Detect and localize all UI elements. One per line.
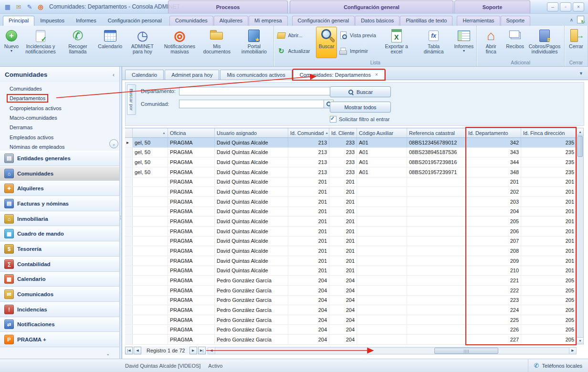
ribbon-tab[interactable]: Principal [3,16,34,26]
imprimir-button[interactable]: Imprimir [337,46,378,56]
column-header-referencia-catastral[interactable]: Referencia catastral [407,128,466,137]
sidebar-link[interactable]: Derramas [8,123,119,132]
cerrar-button[interactable]: Cerrar [566,27,587,58]
next-record-button[interactable] [189,347,197,354]
table-row[interactable]: PRAGMA Pedro González García 204 204 226… [125,325,577,335]
edit-note-icon[interactable] [26,3,33,10]
ribbon-tab[interactable]: Herramientas [457,16,500,26]
column-header-id-departamento[interactable]: Id. Departamento [466,128,521,137]
table-row[interactable]: PRAGMA David Quintas Alcalde 201 201 210… [125,266,577,276]
buscar-por-tab[interactable]: Buscar por [127,84,136,115]
table-row[interactable]: gel, 50 PRAGMA David Quintas Alcalde 213… [125,138,577,148]
table-row[interactable]: PRAGMA David Quintas Alcalde 201 201 204… [125,207,577,217]
column-header-codigo-auxiliar[interactable]: Código Auxiliar [357,128,407,137]
filter-input[interactable] [179,100,324,108]
journal-icon[interactable] [4,3,11,10]
column-header-direccion[interactable] [133,128,168,137]
ribbon-tab[interactable]: Alquileres [214,16,248,26]
column-header-oficina[interactable]: Oficina [168,128,215,137]
horizontal-scroll-track[interactable] [215,348,569,354]
minimize-button[interactable]: – [547,2,558,11]
table-row[interactable]: PRAGMA Pedro González García 204 204 224… [125,305,577,315]
document-tab[interactable]: Comunidades: Departamentos [293,70,385,80]
vista-previa-button[interactable]: Vista previa [337,30,378,41]
abrir-button[interactable]: Abrir... [275,30,316,41]
horizontal-scroll-thumb[interactable] [434,348,498,354]
table-row[interactable]: PRAGMA David Quintas Alcalde 201 201 201… [125,177,577,187]
sidebar-nav-item[interactable]: Cuadro de mando [0,226,119,241]
ribbon-tab[interactable]: Comunidades [169,16,213,26]
sidebar-link[interactable]: Copropietarios activos [8,103,119,113]
mostrar-todos-button[interactable]: Mostrar todos [330,102,391,113]
sidebar-nav-item[interactable]: Notificaciones [0,317,119,332]
ribbon-tab[interactable]: Plantillas de texto [400,16,452,26]
table-row[interactable]: PRAGMA Pedro González García 204 204 225… [125,315,577,325]
calendario-button[interactable]: Calendario [96,27,124,58]
ribbon-tab[interactable]: Informes [70,16,102,26]
ribbon-tab[interactable]: Soporte [501,16,531,26]
sidebar-nav-item[interactable]: Alquileres [0,181,119,196]
ribbon-tab[interactable]: Configuración general [292,16,355,26]
portal-inmobiliario-button[interactable]: Portal inmobiliario [235,27,273,58]
table-row[interactable]: PRAGMA David Quintas Alcalde 201 201 207… [125,237,577,247]
sidebar-nav-item[interactable]: Comunicados [0,287,119,302]
scroll-down-icon[interactable]: ▼ [577,337,583,344]
sidebar-link[interactable]: Departamentos [8,93,119,103]
ribbon-tab[interactable]: Mi empresa [249,16,287,26]
scroll-right-icon[interactable] [569,348,576,354]
incidencias-button[interactable]: Incidencias y notificaciones [22,27,59,58]
nav-options-chevron-icon[interactable]: ⌄ [106,351,110,356]
table-row[interactable]: PRAGMA David Quintas Alcalde 201 201 203… [125,197,577,207]
sidebar-nav-item[interactable]: Comunidades [0,166,119,181]
document-tab[interactable]: Adminet para hoy [165,70,219,80]
sidebar-nav-item[interactable]: Facturas y nóminas [0,196,119,211]
table-row[interactable]: PRAGMA David Quintas Alcalde 201 201 205… [125,217,577,227]
document-tab[interactable]: Mis comunicados activos [220,70,292,80]
table-row[interactable]: PRAGMA David Quintas Alcalde 201 201 208… [125,246,577,256]
column-header-id-cliente[interactable]: Id. Cliente [329,128,357,137]
vertical-scroll-thumb[interactable] [578,136,583,157]
previous-record-button[interactable] [134,347,141,354]
table-row[interactable]: gel, 50 PRAGMA David Quintas Alcalde 213… [125,157,577,167]
actualizar-button[interactable]: Actualizar [275,46,316,56]
document-tab[interactable]: Calendario [125,70,164,80]
last-record-button[interactable] [198,347,206,354]
table-row[interactable]: PRAGMA Pedro González García 204 204 221… [125,276,577,286]
help-icon[interactable] [577,16,584,23]
recoger-llamada-button[interactable]: Recoger llamada [59,27,96,58]
abrir-finca-button[interactable]: Abrir finca [478,27,504,58]
sidebar-nav-item[interactable]: PRAGMA + [0,332,119,347]
table-row[interactable]: gel, 50 PRAGMA David Quintas Alcalde 213… [125,148,577,158]
sidebar-nav-item[interactable]: Entidades generales [0,151,119,166]
sidebar-link[interactable]: Macro-comunidades [8,113,119,123]
notificaciones-masivas-button[interactable]: Notificaciones masivas [161,27,198,58]
informes-button[interactable]: Informes [452,27,476,58]
mis-documentos-button[interactable]: Mis documentos [198,27,235,58]
sidebar-nav-item[interactable]: Incidencias [0,302,119,317]
tab-list-chevron-icon[interactable]: ▼ [579,71,583,76]
column-header-id-finca[interactable]: Id. Finca dirección [521,128,577,137]
tabla-dinamica-button[interactable]: Tabla dinámica [415,27,452,58]
scroll-up-icon[interactable]: ▲ [577,128,583,135]
cobros-pagos-button[interactable]: Cobros/Pagos individuales [526,27,563,58]
table-row[interactable]: PRAGMA Pedro González García 204 204 227… [125,335,577,345]
close-button[interactable]: × [573,2,584,11]
sidebar-nav-item[interactable]: Inmobiliaria [0,211,119,227]
sidebar-nav-item[interactable]: Contabilidad [0,257,119,272]
sidebar-nav-item[interactable]: Tesorería [0,241,119,257]
recibos-button[interactable]: Recibos [504,27,526,58]
table-row[interactable]: PRAGMA David Quintas Alcalde 201 201 202… [125,187,577,197]
column-header-id-comunidad[interactable]: Id. Comunidad [288,128,329,137]
adminet-para-hoy-button[interactable]: ADMINET para hoy [124,27,161,58]
maximize-button[interactable]: ▫ [560,2,571,11]
nuevo-button[interactable]: Nuevo [1,27,22,58]
table-row[interactable]: PRAGMA David Quintas Alcalde 201 201 206… [125,227,577,237]
expand-list-icon[interactable]: ⌄ [109,139,118,148]
mail-icon[interactable] [15,3,22,10]
horizontal-scrollbar[interactable] [208,347,577,354]
sidebar-link[interactable]: Comunidades [8,84,119,93]
vertical-scrollbar[interactable]: ▲ ▼ [577,128,584,344]
filter-checkbox-box[interactable] [330,116,336,123]
sidebar-nav-item[interactable]: Calendario [0,272,119,287]
first-record-button[interactable] [125,347,133,354]
